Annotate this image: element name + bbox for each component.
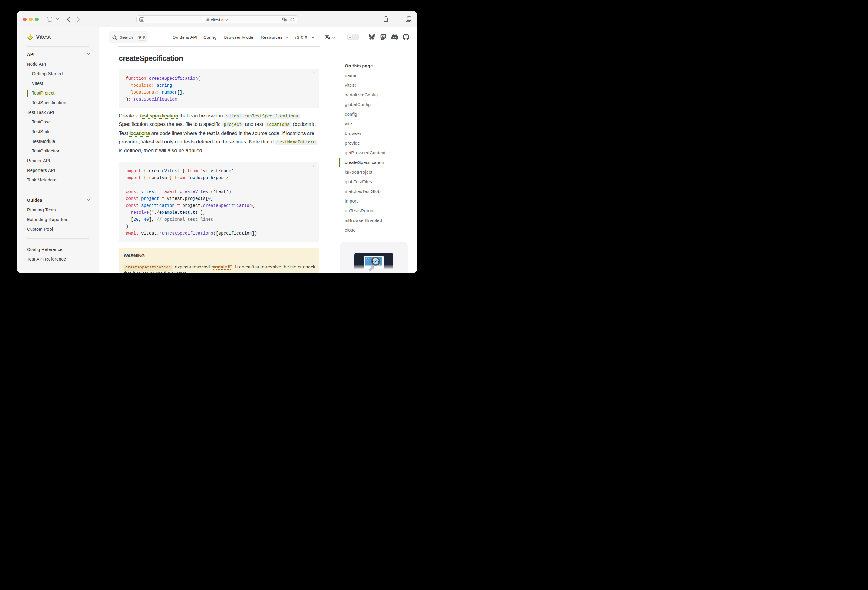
svg-text:</>: </>	[372, 259, 379, 264]
svg-text:文: 文	[284, 19, 286, 21]
